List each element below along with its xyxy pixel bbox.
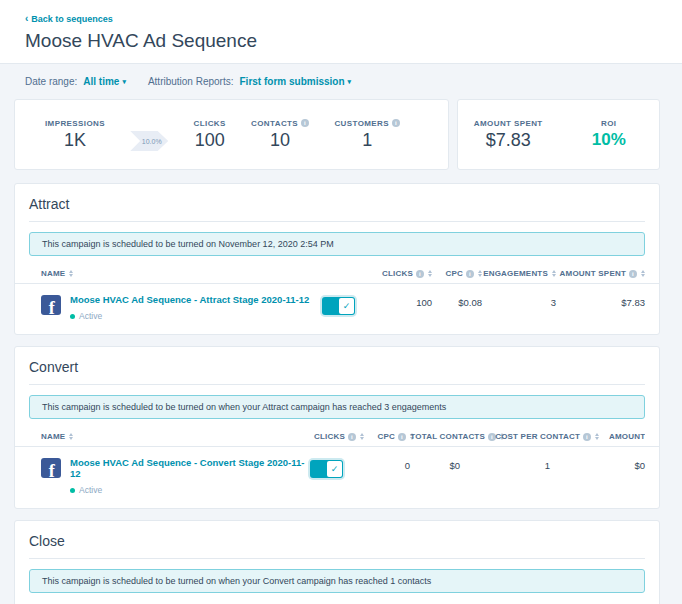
page-header: ‹ Back to sequences Moose HVAC Ad Sequen… <box>0 0 682 64</box>
metric-value: 1K <box>64 130 86 151</box>
date-range-dropdown[interactable]: All time ▾ <box>83 76 126 87</box>
metric-value: 1 <box>362 130 372 151</box>
metric-contacts: CONTACTS i 10 <box>251 119 309 151</box>
metric-value: $7.83 <box>486 130 531 151</box>
metric-value: 100 <box>195 130 225 151</box>
facebook-icon: f <box>41 295 61 315</box>
sort-icon <box>69 270 73 277</box>
campaign-name-stack: Moose HVAC Ad Sequence - Attract Stage 2… <box>70 294 309 321</box>
filter-bar: Date range: All time ▾ Attribution Repor… <box>0 64 682 98</box>
info-icon[interactable]: i <box>583 433 591 441</box>
stage-section: Attract This campaign is scheduled to be… <box>14 183 660 335</box>
section-title: Attract <box>29 184 645 222</box>
row-value-cell: $0 <box>410 457 460 471</box>
table-header: NAME CLICKSiCPCiENGAGEMENTSAMOUNT SPENTi <box>15 265 659 284</box>
column-header-cost-per-contact[interactable]: COST PER CONTACTi <box>504 432 599 441</box>
stage-section: Convert This campaign is scheduled to be… <box>14 346 660 509</box>
back-link-label: Back to sequences <box>31 14 113 24</box>
attribution-filter: Attribution Reports: First form submissi… <box>148 76 351 87</box>
status-dot-icon <box>70 488 75 493</box>
table-header: NAME CLICKSiCPCiTOTAL CONTACTSiCOST PER … <box>15 428 659 447</box>
conversion-rate-arrow: 10.0% <box>130 131 168 151</box>
table-row: f Moose HVAC Ad Sequence - Attract Stage… <box>15 284 659 334</box>
campaign-toggle[interactable]: ✓ <box>310 460 343 478</box>
stage-section: Close This campaign is scheduled to be t… <box>14 520 660 604</box>
toggle-check-icon: ✓ <box>339 298 354 314</box>
metric-label: IMPRESSIONS <box>45 119 105 128</box>
status-dot-icon <box>70 314 75 319</box>
schedule-banner-text: This campaign is scheduled to be turned … <box>42 402 446 412</box>
metric-label: CONTACTS <box>251 119 298 128</box>
page-content: IMPRESSIONS 1K 10.0% CLICKS 100 CONTACTS… <box>0 98 682 604</box>
info-icon[interactable]: i <box>398 433 406 441</box>
status-label: Active <box>79 485 102 495</box>
metric-label: ROI <box>601 119 616 128</box>
attribution-label: Attribution Reports: <box>148 76 234 87</box>
schedule-banner: This campaign is scheduled to be turned … <box>29 569 645 593</box>
metric-value: 10 <box>270 130 290 151</box>
metric-clicks: CLICKS 100 <box>194 119 226 151</box>
toggle-check-icon: ✓ <box>327 461 342 477</box>
row-value-cell: $0 <box>550 457 645 471</box>
column-header-amount-spent[interactable]: AMOUNT SPENTi <box>556 269 645 278</box>
section-title: Convert <box>29 347 645 385</box>
conversion-rate-value: 10.0% <box>142 138 162 145</box>
funnel-metrics-card: IMPRESSIONS 1K 10.0% CLICKS 100 CONTACTS… <box>14 99 449 170</box>
back-link[interactable]: ‹ Back to sequences <box>25 14 113 24</box>
row-value-cell: 1 <box>460 457 550 471</box>
stage-sections: Attract This campaign is scheduled to be… <box>14 183 660 604</box>
sort-icon <box>69 433 73 440</box>
column-header-name[interactable]: NAME <box>41 269 365 278</box>
campaign-name-link[interactable]: Moose HVAC Ad Sequence - Attract Stage 2… <box>70 294 309 305</box>
column-header-name[interactable]: NAME <box>41 432 307 441</box>
date-range-value: All time <box>83 76 119 87</box>
dropdown-caret-icon: ▾ <box>348 77 352 86</box>
section-title: Close <box>29 521 645 559</box>
back-chevron-icon: ‹ <box>25 14 28 23</box>
info-icon[interactable]: i <box>416 270 424 278</box>
metric-amount-spent: AMOUNT SPENT $7.83 <box>458 119 559 151</box>
column-header-clicks[interactable]: CLICKSi <box>307 432 364 441</box>
metrics-row: IMPRESSIONS 1K 10.0% CLICKS 100 CONTACTS… <box>14 99 660 170</box>
campaign-name-link[interactable]: Moose HVAC Ad Sequence - Convert Stage 2… <box>70 457 310 479</box>
table-row: f Moose HVAC Ad Sequence - Convert Stage… <box>15 447 659 508</box>
schedule-banner-text: This campaign is scheduled to be turned … <box>42 576 431 586</box>
campaign-name-cell: f Moose HVAC Ad Sequence - Convert Stage… <box>41 457 353 495</box>
metric-impressions: IMPRESSIONS 1K <box>45 119 105 151</box>
info-icon[interactable]: i <box>466 270 474 278</box>
schedule-banner: This campaign is scheduled to be turned … <box>29 232 645 256</box>
metric-roi: ROI 10% <box>559 119 660 150</box>
row-value-cell: $0.08 <box>432 294 482 308</box>
attribution-dropdown[interactable]: First form submission ▾ <box>240 76 352 87</box>
sort-icon <box>641 270 645 277</box>
info-icon[interactable]: i <box>629 270 637 278</box>
column-header-amount-spent[interactable]: AMOUNT SPENTi <box>599 432 645 441</box>
info-icon[interactable]: i <box>392 119 400 127</box>
row-value-cell: $7.83 <box>556 294 645 308</box>
row-value-cell: 0 <box>353 457 410 471</box>
column-header-clicks[interactable]: CLICKSi <box>365 269 432 278</box>
facebook-icon: f <box>41 458 61 478</box>
schedule-banner-text: This campaign is scheduled to be turned … <box>42 239 334 249</box>
date-range-label: Date range: <box>25 76 77 87</box>
metric-value: 10% <box>592 130 626 150</box>
dropdown-caret-icon: ▾ <box>122 77 126 86</box>
schedule-banner: This campaign is scheduled to be turned … <box>29 395 645 419</box>
column-header-total-contacts[interactable]: TOTAL CONTACTSi <box>414 432 504 441</box>
campaign-toggle[interactable]: ✓ <box>322 297 355 315</box>
column-header-cpc[interactable]: CPCi <box>364 432 414 441</box>
campaign-name-cell: f Moose HVAC Ad Sequence - Attract Stage… <box>41 294 365 321</box>
metric-label: CLICKS <box>194 119 226 128</box>
date-range-filter: Date range: All time ▾ <box>25 76 126 87</box>
info-icon[interactable]: i <box>301 119 309 127</box>
metric-label: CUSTOMERS <box>334 119 389 128</box>
metric-label: AMOUNT SPENT <box>474 119 543 128</box>
row-value-cell: 100 <box>365 294 432 308</box>
info-icon[interactable]: i <box>348 433 356 441</box>
column-header-cpc[interactable]: CPCi <box>432 269 482 278</box>
campaign-status: Active <box>70 485 310 495</box>
row-value-cell: 3 <box>482 294 556 308</box>
column-header-engagements[interactable]: ENGAGEMENTS <box>482 269 556 278</box>
spend-metrics-card: AMOUNT SPENT $7.83 ROI 10% <box>457 99 660 170</box>
metric-customers: CUSTOMERS i 1 <box>334 119 400 151</box>
